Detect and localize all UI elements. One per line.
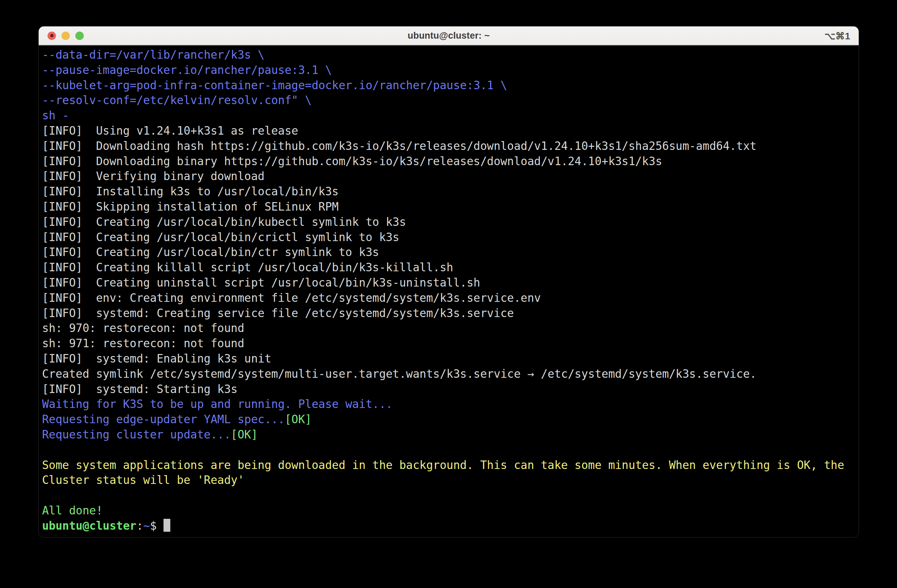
desktop-background: ubuntu@cluster: ~ ⌥⌘1 --data-dir=/var/li… — [0, 0, 897, 588]
terminal-text-segment: Requesting edge-updater YAML spec... — [42, 413, 285, 426]
terminal-text-segment: ~ — [143, 519, 150, 532]
terminal-line: [INFO] env: Creating environment file /e… — [42, 290, 855, 306]
terminal-text-segment: [INFO] Creating /usr/local/bin/ctr symli… — [42, 246, 379, 259]
terminal-line: ubuntu@cluster:~$ — [42, 518, 855, 534]
terminal-text-segment: Some system applications are being downl… — [42, 458, 844, 472]
terminal-cursor — [164, 519, 170, 532]
terminal-line: --resolv-conf=/etc/kelvin/resolv.conf" \ — [42, 93, 855, 108]
terminal-text-segment: --resolv-conf=/etc/kelvin/resolv.conf" \ — [42, 93, 312, 107]
terminal-text-segment: sh: 971: restorecon: not found — [42, 337, 244, 350]
terminal-text-segment: Created symlink /etc/systemd/system/mult… — [42, 367, 756, 380]
terminal-text-segment: [INFO] Using v1.24.10+k3s1 as release — [42, 124, 298, 137]
terminal-line: Some system applications are being downl… — [42, 458, 855, 473]
terminal-output[interactable]: --data-dir=/var/lib/rancher/k3s \--pause… — [39, 46, 859, 536]
terminal-line: Waiting for K3S to be up and running. Pl… — [42, 397, 855, 412]
terminal-line: sh: 971: restorecon: not found — [42, 336, 855, 351]
terminal-text-segment: ubuntu@cluster — [42, 519, 136, 532]
terminal-text-segment: --kubelet-arg=pod-infra-container-image=… — [42, 79, 507, 92]
terminal-text-segment: [INFO] Installing k3s to /usr/local/bin/… — [42, 185, 338, 198]
terminal-text-segment: [INFO] Verifying binary download — [42, 170, 265, 183]
terminal-line: [INFO] systemd: Enabling k3s unit — [42, 351, 855, 367]
terminal-line — [42, 488, 855, 503]
terminal-line: [INFO] Downloading binary https://github… — [42, 154, 855, 169]
terminal-line: sh: 970: restorecon: not found — [42, 321, 855, 336]
terminal-line: [INFO] systemd: Creating service file /e… — [42, 306, 855, 321]
terminal-line: [INFO] Installing k3s to /usr/local/bin/… — [42, 184, 855, 199]
terminal-text-segment: [INFO] systemd: Enabling k3s unit — [42, 352, 271, 365]
terminal-line: All done! — [42, 503, 855, 518]
terminal-text-segment: [INFO] Downloading hash https://github.c… — [42, 139, 756, 153]
titlebar[interactable]: ubuntu@cluster: ~ ⌥⌘1 — [39, 26, 859, 46]
terminal-line: [INFO] systemd: Starting k3s — [42, 382, 855, 397]
terminal-line: sh - — [42, 108, 855, 124]
terminal-text-segment: $ — [150, 519, 164, 532]
terminal-window: ubuntu@cluster: ~ ⌥⌘1 --data-dir=/var/li… — [38, 26, 859, 538]
terminal-line: --pause-image=docker.io/rancher/pause:3.… — [42, 63, 855, 78]
terminal-text-segment: [INFO] Creating uninstall script /usr/lo… — [42, 276, 480, 289]
terminal-text-segment: All done! — [42, 504, 103, 517]
terminal-text-segment: Requesting cluster update... — [42, 428, 231, 441]
terminal-line: Created symlink /etc/systemd/system/mult… — [42, 367, 855, 382]
terminal-text-segment: sh - — [42, 109, 69, 122]
terminal-text-segment: [INFO] systemd: Starting k3s — [42, 382, 237, 396]
terminal-text-segment: [INFO] Skipping installation of SELinux … — [42, 200, 338, 213]
terminal-line: [INFO] Verifying binary download — [42, 169, 855, 184]
terminal-line: Requesting edge-updater YAML spec...[OK] — [42, 412, 855, 427]
terminal-text-segment: [INFO] Creating killall script /usr/loca… — [42, 261, 453, 274]
terminal-line: [INFO] Skipping installation of SELinux … — [42, 199, 855, 215]
terminal-text-segment: [INFO] Creating /usr/local/bin/crictl sy… — [42, 231, 399, 244]
terminal-text-segment: [INFO] systemd: Creating service file /e… — [42, 307, 514, 320]
terminal-line: Requesting cluster update...[OK] — [42, 427, 855, 443]
terminal-line: Cluster status will be 'Ready' — [42, 473, 855, 488]
terminal-text-segment: [INFO] Creating /usr/local/bin/kubectl s… — [42, 215, 406, 229]
terminal-text-segment: [INFO] Downloading binary https://github… — [42, 155, 662, 168]
terminal-text-segment: Cluster status will be 'Ready' — [42, 473, 244, 487]
terminal-text-segment: : — [136, 519, 143, 532]
terminal-line: --kubelet-arg=pod-infra-container-image=… — [42, 78, 855, 93]
terminal-line — [42, 443, 855, 458]
terminal-text-segment: [OK] — [285, 413, 311, 426]
terminal-text-segment: Waiting for K3S to be up and running. Pl… — [42, 397, 392, 411]
keyboard-shortcut-badge: ⌥⌘1 — [824, 26, 850, 46]
terminal-line: [INFO] Creating uninstall script /usr/lo… — [42, 275, 855, 290]
terminal-text-segment: sh: 970: restorecon: not found — [42, 321, 244, 335]
terminal-line: [INFO] Creating /usr/local/bin/crictl sy… — [42, 230, 855, 245]
terminal-line: --data-dir=/var/lib/rancher/k3s \ — [42, 47, 855, 63]
terminal-text-segment: --data-dir=/var/lib/rancher/k3s \ — [42, 48, 265, 61]
terminal-line: [INFO] Creating /usr/local/bin/ctr symli… — [42, 245, 855, 260]
terminal-text-segment: [INFO] env: Creating environment file /e… — [42, 291, 541, 304]
terminal-text-segment: [OK] — [231, 428, 257, 441]
window-title: ubuntu@cluster: ~ — [39, 26, 859, 45]
terminal-line: [INFO] Creating /usr/local/bin/kubectl s… — [42, 215, 855, 230]
terminal-line: [INFO] Creating killall script /usr/loca… — [42, 260, 855, 275]
terminal-line: [INFO] Using v1.24.10+k3s1 as release — [42, 124, 855, 139]
terminal-text-segment: --pause-image=docker.io/rancher/pause:3.… — [42, 63, 332, 76]
terminal-line: [INFO] Downloading hash https://github.c… — [42, 139, 855, 154]
